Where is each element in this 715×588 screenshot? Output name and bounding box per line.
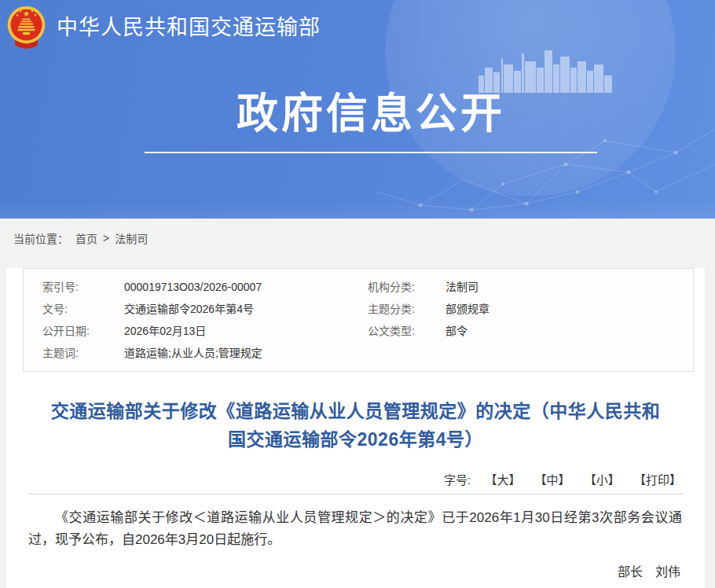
- font-size-medium-button[interactable]: 【中】: [535, 473, 570, 487]
- meta-value: 000019713O03/2026-00007: [124, 276, 262, 298]
- meta-value: 道路运输;从业人员;管理规定: [124, 342, 262, 364]
- meta-label: 机构分类:: [365, 276, 446, 298]
- site-logo-link[interactable]: 中华人民共和国交通运输部: [6, 4, 321, 51]
- meta-label: 主题分类:: [365, 298, 446, 320]
- document-meta-table: 索引号: 000019713O03/2026-00007 文号: 交通运输部令2…: [23, 268, 694, 372]
- breadcrumb-home-link[interactable]: 首页: [75, 230, 97, 246]
- banner-title-block: 政府信息公开: [13, 90, 715, 153]
- meta-label: 主题词:: [24, 342, 124, 364]
- banner-underline: [145, 152, 597, 153]
- meta-row-topic-category: 主题分类: 部颁规章: [365, 298, 693, 320]
- title-separator: [28, 494, 683, 494]
- article-body: 《交通运输部关于修改＜道路运输从业人员管理规定＞的决定》已于2026年1月30日…: [28, 507, 682, 551]
- font-size-large-button[interactable]: 【大】: [485, 473, 520, 487]
- banner-glow-decoration: [0, 201, 715, 219]
- font-size-small-button[interactable]: 【小】: [585, 473, 620, 487]
- breadcrumb-section-link[interactable]: 法制司: [115, 230, 148, 246]
- site-title: 中华人民共和国交通运输部: [57, 4, 321, 51]
- article-title: 交通运输部关于修改《道路运输从业人员管理规定》的决定（中华人民共和国交通运输部令…: [46, 397, 666, 454]
- meta-column-right: 机构分类: 法制司 主题分类: 部颁规章 公文类型: 部令: [365, 276, 693, 364]
- national-emblem-icon: [6, 4, 46, 51]
- breadcrumb: 当前位置： 首页 > 法制司: [0, 219, 715, 257]
- font-size-label: 字号:: [444, 473, 471, 487]
- meta-row-index-number: 索引号: 000019713O03/2026-00007: [24, 276, 365, 298]
- meta-value: 部颁规章: [446, 298, 490, 320]
- meta-value: 法制司: [446, 276, 478, 298]
- meta-value: 部令: [446, 320, 468, 342]
- signer-name: 部长 刘伟: [6, 561, 680, 580]
- banner: 中华人民共和国交通运输部 政府信息公开: [0, 0, 715, 219]
- meta-label: 索引号:: [24, 276, 124, 298]
- meta-row-doc-number: 文号: 交通运输部令2026年第4号: [24, 298, 365, 320]
- meta-row-org-category: 机构分类: 法制司: [365, 276, 693, 298]
- font-size-controls: 字号: 【大】 【中】 【小】 【打印】: [6, 471, 681, 487]
- city-skyline-icon: [477, 44, 614, 93]
- meta-label: 公文类型:: [365, 320, 446, 342]
- meta-row-keywords: 主题词: 道路运输;从业人员;管理规定: [24, 342, 365, 364]
- signature-block: 部长 刘伟 2026年2月6日: [6, 561, 680, 588]
- content-card: 索引号: 000019713O03/2026-00007 文号: 交通运输部令2…: [6, 268, 705, 588]
- breadcrumb-label: 当前位置：: [13, 230, 68, 246]
- print-button[interactable]: 【打印】: [634, 473, 681, 487]
- banner-title: 政府信息公开: [13, 90, 715, 138]
- meta-label: 公开日期:: [24, 320, 124, 342]
- breadcrumb-separator: >: [103, 232, 109, 244]
- meta-column-left: 索引号: 000019713O03/2026-00007 文号: 交通运输部令2…: [24, 276, 365, 364]
- meta-label: 文号:: [24, 298, 124, 320]
- meta-value: 交通运输部令2026年第4号: [124, 298, 254, 320]
- meta-row-publish-date: 公开日期: 2026年02月13日: [24, 320, 365, 342]
- meta-row-doc-type: 公文类型: 部令: [365, 320, 693, 342]
- meta-value: 2026年02月13日: [124, 320, 206, 342]
